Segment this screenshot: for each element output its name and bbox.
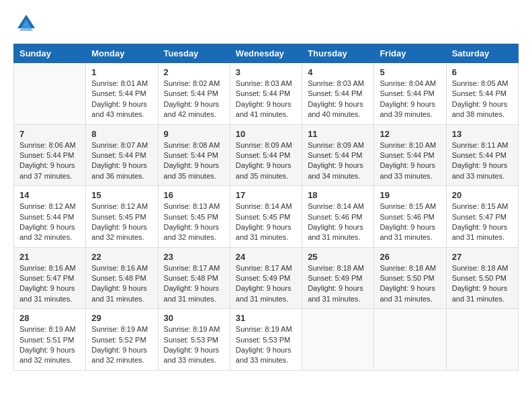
day-number: 22: [91, 252, 152, 262]
day-info: Sunrise: 8:18 AM Sunset: 5:50 PM Dayligh…: [452, 263, 513, 305]
daylight-text: Daylight: 9 hours and 35 minutes.: [236, 161, 292, 179]
daylight-text: Daylight: 9 hours and 31 minutes.: [19, 284, 75, 302]
day-info: Sunrise: 8:13 AM Sunset: 5:45 PM Dayligh…: [164, 201, 224, 243]
logo: [13, 13, 36, 37]
day-info: Sunrise: 8:03 AM Sunset: 5:44 PM Dayligh…: [236, 79, 296, 120]
day-info: Sunrise: 8:18 AM Sunset: 5:50 PM Dayligh…: [380, 263, 440, 305]
sunset-text: Sunset: 5:53 PM: [236, 336, 290, 344]
day-of-week-header: Wednesday: [230, 44, 302, 63]
sunset-text: Sunset: 5:47 PM: [19, 274, 74, 282]
sunset-text: Sunset: 5:44 PM: [452, 151, 506, 159]
daylight-text: Daylight: 9 hours and 31 minutes.: [91, 284, 147, 302]
sunset-text: Sunset: 5:44 PM: [91, 151, 146, 159]
sunset-text: Sunset: 5:53 PM: [164, 336, 218, 344]
sunset-text: Sunset: 5:50 PM: [380, 274, 434, 282]
daylight-text: Daylight: 9 hours and 32 minutes.: [91, 223, 147, 241]
logo-icon: [16, 13, 36, 34]
calendar-week-row: 28 Sunrise: 8:19 AM Sunset: 5:51 PM Dayl…: [14, 309, 519, 371]
sunrise-text: Sunrise: 8:19 AM: [164, 325, 220, 333]
day-number: 28: [19, 313, 80, 323]
day-number: 19: [380, 190, 440, 200]
day-number: 18: [308, 190, 368, 200]
day-number: 4: [308, 67, 368, 77]
daylight-text: Daylight: 9 hours and 31 minutes.: [452, 284, 508, 302]
sunrise-text: Sunrise: 8:06 AM: [19, 141, 76, 149]
sunrise-text: Sunrise: 8:18 AM: [380, 264, 436, 272]
sunset-text: Sunset: 5:45 PM: [91, 213, 146, 221]
calendar-day-cell: [374, 309, 446, 371]
calendar-day-cell: 20 Sunrise: 8:15 AM Sunset: 5:47 PM Dayl…: [446, 186, 518, 248]
daylight-text: Daylight: 9 hours and 32 minutes.: [164, 223, 220, 241]
sunset-text: Sunset: 5:46 PM: [380, 213, 434, 221]
day-info: Sunrise: 8:17 AM Sunset: 5:48 PM Dayligh…: [164, 263, 224, 305]
day-info: Sunrise: 8:17 AM Sunset: 5:49 PM Dayligh…: [236, 263, 296, 305]
sunset-text: Sunset: 5:44 PM: [236, 151, 290, 159]
daylight-text: Daylight: 9 hours and 31 minutes.: [308, 223, 363, 241]
calendar-day-cell: 9 Sunrise: 8:08 AM Sunset: 5:44 PM Dayli…: [158, 124, 230, 186]
sunset-text: Sunset: 5:44 PM: [236, 89, 290, 97]
day-number: 25: [308, 252, 368, 262]
sunset-text: Sunset: 5:52 PM: [91, 336, 146, 344]
calendar-day-cell: 6 Sunrise: 8:05 AM Sunset: 5:44 PM Dayli…: [446, 63, 518, 125]
calendar-day-cell: 23 Sunrise: 8:17 AM Sunset: 5:48 PM Dayl…: [158, 247, 230, 309]
sunset-text: Sunset: 5:48 PM: [164, 274, 218, 282]
calendar-day-cell: 3 Sunrise: 8:03 AM Sunset: 5:44 PM Dayli…: [230, 63, 302, 125]
daylight-text: Daylight: 9 hours and 39 minutes.: [380, 100, 435, 118]
day-info: Sunrise: 8:08 AM Sunset: 5:44 PM Dayligh…: [164, 140, 224, 182]
day-number: 8: [91, 129, 152, 139]
calendar-week-row: 7 Sunrise: 8:06 AM Sunset: 5:44 PM Dayli…: [14, 124, 519, 186]
sunset-text: Sunset: 5:44 PM: [91, 89, 146, 97]
day-number: 3: [236, 67, 296, 77]
day-number: 29: [91, 313, 152, 323]
day-of-week-header: Tuesday: [158, 44, 230, 63]
sunrise-text: Sunrise: 8:14 AM: [308, 202, 364, 210]
day-info: Sunrise: 8:03 AM Sunset: 5:44 PM Dayligh…: [308, 79, 368, 120]
daylight-text: Daylight: 9 hours and 37 minutes.: [19, 161, 75, 179]
sunrise-text: Sunrise: 8:13 AM: [164, 202, 220, 210]
day-number: 2: [164, 67, 224, 77]
daylight-text: Daylight: 9 hours and 42 minutes.: [164, 100, 220, 118]
day-number: 15: [91, 190, 152, 200]
sunset-text: Sunset: 5:44 PM: [308, 151, 362, 159]
day-number: 26: [380, 252, 440, 262]
sunrise-text: Sunrise: 8:10 AM: [380, 141, 436, 149]
sunset-text: Sunset: 5:44 PM: [452, 89, 506, 97]
sunrise-text: Sunrise: 8:18 AM: [452, 264, 508, 272]
calendar: SundayMondayTuesdayWednesdayThursdayFrid…: [13, 44, 519, 371]
sunset-text: Sunset: 5:44 PM: [19, 151, 74, 159]
sunrise-text: Sunrise: 8:15 AM: [380, 202, 436, 210]
sunset-text: Sunset: 5:44 PM: [164, 151, 218, 159]
day-info: Sunrise: 8:15 AM Sunset: 5:46 PM Dayligh…: [380, 201, 440, 243]
sunrise-text: Sunrise: 8:01 AM: [91, 79, 148, 87]
day-number: 5: [380, 67, 440, 77]
calendar-day-cell: 10 Sunrise: 8:09 AM Sunset: 5:44 PM Dayl…: [230, 124, 302, 186]
sunset-text: Sunset: 5:51 PM: [19, 336, 74, 344]
sunrise-text: Sunrise: 8:16 AM: [19, 264, 76, 272]
day-of-week-header: Saturday: [446, 44, 518, 63]
calendar-day-cell: 29 Sunrise: 8:19 AM Sunset: 5:52 PM Dayl…: [86, 309, 158, 371]
daylight-text: Daylight: 9 hours and 31 minutes.: [236, 284, 292, 302]
sunrise-text: Sunrise: 8:03 AM: [308, 79, 364, 87]
day-number: 14: [19, 190, 80, 200]
calendar-day-cell: 21 Sunrise: 8:16 AM Sunset: 5:47 PM Dayl…: [14, 247, 86, 309]
daylight-text: Daylight: 9 hours and 38 minutes.: [452, 100, 508, 118]
sunrise-text: Sunrise: 8:03 AM: [236, 79, 292, 87]
calendar-day-cell: 24 Sunrise: 8:17 AM Sunset: 5:49 PM Dayl…: [230, 247, 302, 309]
daylight-text: Daylight: 9 hours and 31 minutes.: [380, 223, 435, 241]
calendar-day-cell: 8 Sunrise: 8:07 AM Sunset: 5:44 PM Dayli…: [86, 124, 158, 186]
day-info: Sunrise: 8:19 AM Sunset: 5:51 PM Dayligh…: [19, 324, 80, 366]
sunrise-text: Sunrise: 8:05 AM: [452, 79, 508, 87]
daylight-text: Daylight: 9 hours and 33 minutes.: [380, 161, 435, 179]
sunset-text: Sunset: 5:46 PM: [308, 213, 362, 221]
sunset-text: Sunset: 5:44 PM: [380, 151, 434, 159]
day-number: 7: [19, 129, 80, 139]
day-of-week-header: Thursday: [302, 44, 374, 63]
day-number: 16: [164, 190, 224, 200]
day-info: Sunrise: 8:16 AM Sunset: 5:47 PM Dayligh…: [19, 263, 80, 305]
daylight-text: Daylight: 9 hours and 32 minutes.: [19, 223, 75, 241]
day-number: 23: [164, 252, 224, 262]
daylight-text: Daylight: 9 hours and 33 minutes.: [164, 346, 220, 364]
day-info: Sunrise: 8:19 AM Sunset: 5:52 PM Dayligh…: [91, 324, 152, 366]
daylight-text: Daylight: 9 hours and 33 minutes.: [452, 161, 508, 179]
day-info: Sunrise: 8:09 AM Sunset: 5:44 PM Dayligh…: [236, 140, 296, 182]
